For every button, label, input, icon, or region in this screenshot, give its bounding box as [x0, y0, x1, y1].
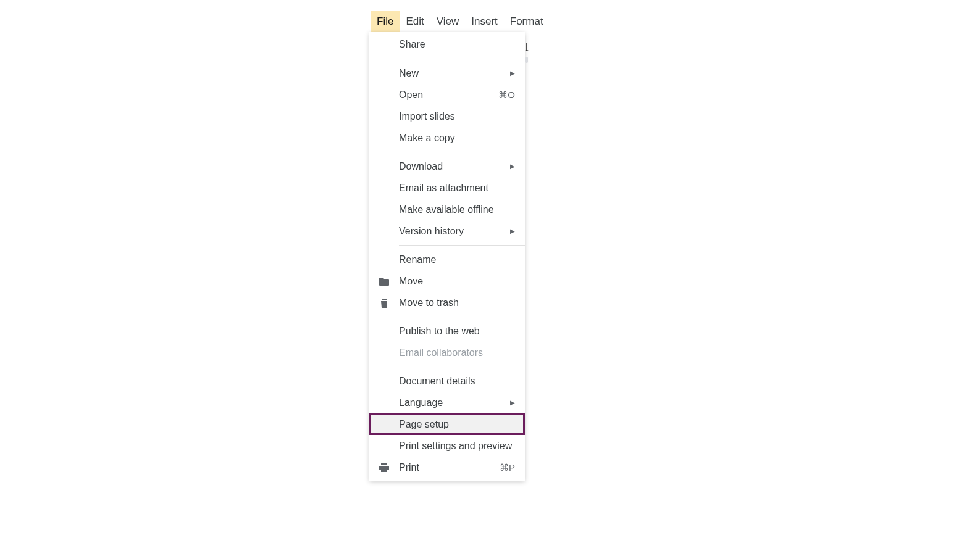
menu-label: Email as attachment	[399, 183, 515, 194]
menubar: File Edit View Insert Format	[369, 11, 550, 32]
separator	[369, 363, 525, 370]
chevron-right-icon: ▶	[510, 163, 515, 170]
menu-item-share[interactable]: Share	[369, 33, 525, 56]
menu-item-print[interactable]: Print ⌘P	[369, 457, 525, 478]
separator	[369, 242, 525, 249]
separator	[369, 56, 525, 62]
menu-item-download[interactable]: Download ▶	[369, 155, 525, 177]
menu-label: Move	[399, 276, 515, 287]
menu-label: Print settings and preview	[399, 441, 515, 452]
menu-label: Version history	[399, 226, 505, 237]
menubar-item-insert[interactable]: Insert	[465, 11, 504, 32]
menu-item-move-to-trash[interactable]: Move to trash	[369, 292, 525, 313]
scrollbar-nub[interactable]	[525, 57, 528, 63]
menu-item-page-setup[interactable]: Page setup	[369, 413, 525, 435]
menu-item-document-details[interactable]: Document details	[369, 370, 525, 392]
menu-label: Document details	[399, 376, 515, 387]
chevron-right-icon: ▶	[510, 228, 515, 234]
menu-label: Publish to the web	[399, 326, 515, 337]
menu-label: Make available offline	[399, 204, 515, 215]
menu-label: Page setup	[399, 419, 515, 430]
menu-item-import-slides[interactable]: Import slides	[369, 106, 525, 127]
print-icon	[378, 463, 390, 473]
folder-icon	[378, 276, 390, 286]
menu-item-open[interactable]: Open ⌘O	[369, 84, 525, 106]
menu-item-make-a-copy[interactable]: Make a copy	[369, 127, 525, 149]
menu-item-make-available-offline[interactable]: Make available offline	[369, 199, 525, 220]
menubar-item-view[interactable]: View	[430, 11, 466, 32]
menu-label: Language	[399, 397, 505, 408]
menu-label: Move to trash	[399, 297, 515, 309]
menu-label: Open	[399, 89, 498, 101]
menu-item-print-settings-and-preview[interactable]: Print settings and preview	[369, 435, 525, 457]
separator	[369, 149, 525, 155]
menu-area: File Edit View Insert Format I Share New…	[369, 11, 550, 481]
menu-label: Email collaborators	[399, 347, 515, 358]
menu-label: Rename	[399, 254, 515, 265]
menu-label: Import slides	[399, 111, 515, 122]
menu-label: Download	[399, 161, 505, 172]
menu-item-publish-to-the-web[interactable]: Publish to the web	[369, 320, 525, 342]
menu-item-rename[interactable]: Rename	[369, 249, 525, 270]
menubar-item-format[interactable]: Format	[504, 11, 550, 32]
file-dropdown-menu: I Share New ▶ Open ⌘O Import slides Make…	[369, 32, 525, 481]
menu-label: Make a copy	[399, 133, 515, 144]
menu-label: Share	[399, 39, 515, 50]
text-cursor-icon: I	[525, 41, 529, 54]
menubar-item-file[interactable]: File	[371, 11, 400, 32]
menu-item-email-as-attachment[interactable]: Email as attachment	[369, 177, 525, 199]
menu-item-new[interactable]: New ▶	[369, 62, 525, 84]
menu-item-language[interactable]: Language ▶	[369, 392, 525, 413]
chevron-right-icon: ▶	[510, 399, 515, 406]
menu-item-email-collaborators: Email collaborators	[369, 342, 525, 363]
menubar-item-edit[interactable]: Edit	[400, 11, 430, 32]
menu-item-move[interactable]: Move	[369, 270, 525, 292]
chevron-right-icon: ▶	[510, 70, 515, 77]
shortcut-text: ⌘P	[500, 462, 515, 473]
trash-icon	[378, 297, 390, 309]
menu-label: Print	[399, 462, 500, 473]
menu-item-version-history[interactable]: Version history ▶	[369, 220, 525, 242]
menu-label: New	[399, 68, 505, 79]
shortcut-text: ⌘O	[498, 89, 515, 101]
separator	[369, 313, 525, 320]
